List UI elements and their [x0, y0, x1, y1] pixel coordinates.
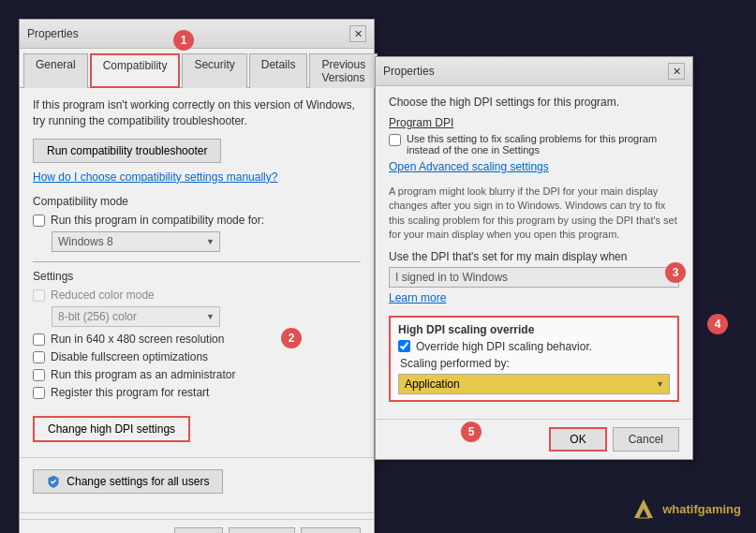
- tabs-row: General Compatibility Security Details P…: [20, 49, 374, 88]
- compat-select-wrap: Windows 8: [52, 231, 220, 252]
- change-settings-row: Change settings for all users: [20, 464, 374, 508]
- left-apply-button[interactable]: Apply: [301, 527, 361, 533]
- blurry-info-text: A program might look blurry if the DPI f…: [389, 185, 679, 243]
- right-properties-dialog: Properties ✕ Choose the high DPI setting…: [375, 56, 693, 460]
- left-dialog-title: Properties: [27, 27, 79, 40]
- right-bottom-buttons: OK Cancel: [376, 419, 692, 459]
- override-checkbox-row: Override high DPI scaling behavior.: [398, 340, 670, 353]
- program-dpi-label: Program DPI: [389, 116, 679, 129]
- color-dropdown[interactable]: 8-bit (256) color: [52, 306, 220, 327]
- right-header: Choose the high DPI settings for this pr…: [389, 96, 679, 109]
- screen-res-label: Run in 640 x 480 screen resolution: [51, 333, 224, 346]
- disable-fullscreen-label: Disable fullscreen optimizations: [51, 350, 208, 363]
- color-dropdown-row: 8-bit (256) color: [52, 306, 361, 327]
- settings-divider: [33, 261, 361, 262]
- compat-mode-label: Run this program in compatibility mode f…: [51, 214, 264, 227]
- tab-details[interactable]: Details: [249, 53, 308, 88]
- register-restart-row: Register this program for restart: [33, 386, 361, 399]
- compat-dropdown-row: Windows 8: [52, 231, 361, 252]
- circle-4: 4: [707, 314, 728, 334]
- compat-dropdown[interactable]: Windows 8: [52, 231, 220, 252]
- right-cancel-button[interactable]: Cancel: [613, 427, 679, 452]
- high-dpi-override-box: High DPI scaling override Override high …: [389, 316, 679, 402]
- right-dialog-title: Properties: [383, 65, 435, 78]
- compat-mode-checkbox-row: Run this program in compatibility mode f…: [33, 214, 361, 227]
- change-settings-label: Change settings for all users: [67, 475, 209, 488]
- reduced-color-checkbox[interactable]: [33, 289, 45, 302]
- tab-compatibility[interactable]: Compatibility: [90, 53, 181, 88]
- register-restart-checkbox[interactable]: [33, 387, 45, 399]
- circle-3: 3: [665, 262, 686, 283]
- scaling-label: Scaling performed by:: [400, 357, 670, 370]
- compat-mode-checkbox[interactable]: [33, 215, 45, 227]
- change-settings-button[interactable]: Change settings for all users: [33, 469, 223, 495]
- run-admin-row: Run this program as an administrator: [33, 368, 361, 381]
- run-admin-checkbox[interactable]: [33, 369, 45, 381]
- left-ok-button[interactable]: OK: [174, 527, 222, 533]
- override-checkbox[interactable]: [398, 340, 410, 352]
- left-close-button[interactable]: ✕: [349, 25, 366, 42]
- run-admin-label: Run this program as an administrator: [51, 368, 235, 381]
- bottom-divider: [20, 457, 374, 458]
- left-cancel-button[interactable]: Cancel: [229, 527, 295, 533]
- left-bottom-buttons: OK Cancel Apply: [20, 519, 374, 533]
- right-dialog-titlebar: Properties ✕: [376, 57, 692, 86]
- color-select-wrap: 8-bit (256) color: [52, 306, 220, 327]
- left-dialog-titlebar: Properties ✕: [20, 20, 374, 49]
- app-select-wrap: Application: [398, 374, 670, 394]
- right-close-button[interactable]: ✕: [668, 63, 685, 80]
- left-properties-dialog: Properties ✕ General Compatibility Secur…: [19, 19, 375, 533]
- screen-res-checkbox[interactable]: [33, 333, 45, 346]
- program-dpi-checkbox-label: Use this setting to fix scaling problems…: [407, 133, 679, 155]
- register-restart-label: Register this program for restart: [51, 386, 209, 399]
- watermark-text: whatifgaming: [662, 502, 741, 516]
- circle-5: 5: [461, 422, 482, 442]
- open-advanced-link[interactable]: Open Advanced scaling settings: [389, 160, 679, 173]
- use-dpi-label: Use the DPI that's set for my main displ…: [389, 250, 679, 263]
- final-divider: [20, 512, 374, 513]
- disable-fullscreen-row: Disable fullscreen optimizations: [33, 350, 361, 363]
- app-dropdown[interactable]: Application: [398, 374, 670, 394]
- program-dpi-section: Program DPI Use this setting to fix scal…: [389, 116, 679, 173]
- reduced-color-label: Reduced color mode: [51, 289, 155, 302]
- tab-previous-versions[interactable]: Previous Versions: [309, 53, 378, 88]
- settings-section-label: Settings: [33, 270, 361, 283]
- compat-mode-section-label: Compatibility mode: [33, 195, 361, 208]
- shield-icon: [47, 475, 60, 488]
- screen-res-row: Run in 640 x 480 screen resolution: [33, 333, 361, 346]
- info-text: If this program isn't working correctly …: [33, 97, 361, 129]
- dpi-dropdown[interactable]: I signed in to Windows: [389, 267, 679, 288]
- program-dpi-checkbox-row: Use this setting to fix scaling problems…: [389, 133, 679, 155]
- reduced-color-row: Reduced color mode: [33, 289, 361, 302]
- program-dpi-checkbox[interactable]: [389, 134, 401, 146]
- right-ok-button[interactable]: OK: [549, 427, 606, 452]
- high-dpi-btn-container: Change high DPI settings: [33, 408, 361, 442]
- troubleshooter-button[interactable]: Run compatibility troubleshooter: [33, 139, 221, 163]
- high-dpi-title: High DPI scaling override: [398, 323, 670, 336]
- left-dialog-body: If this program isn't working correctly …: [20, 88, 374, 452]
- circle-2: 2: [281, 328, 302, 348]
- override-label: Override high DPI scaling behavior.: [416, 340, 592, 353]
- tab-security[interactable]: Security: [182, 53, 246, 88]
- disable-fullscreen-checkbox[interactable]: [33, 351, 45, 363]
- watermark-logo: [630, 496, 657, 522]
- tab-general[interactable]: General: [23, 53, 88, 88]
- watermark: whatifgaming: [630, 496, 741, 522]
- dpi-select-wrap: I signed in to Windows: [389, 267, 679, 288]
- high-dpi-button[interactable]: Change high DPI settings: [33, 416, 190, 442]
- compat-settings-link[interactable]: How do I choose compatibility settings m…: [33, 170, 361, 184]
- circle-1: 1: [173, 30, 194, 51]
- learn-more-link[interactable]: Learn more: [389, 291, 679, 304]
- right-dialog-body: Choose the high DPI settings for this pr…: [376, 86, 692, 419]
- svg-marker-0: [634, 499, 653, 518]
